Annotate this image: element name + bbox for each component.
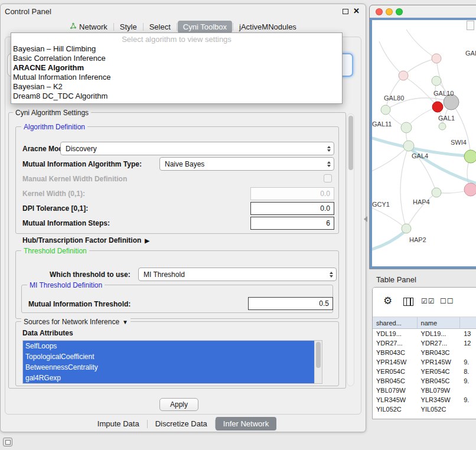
- mi-threshold-label: Mutual Information Threshold:: [28, 300, 131, 308]
- tab-divider: [177, 23, 177, 31]
- mi-threshold-field[interactable]: 0.5: [248, 297, 333, 310]
- bottom-tab-infer-network[interactable]: Infer Network: [216, 417, 276, 431]
- which-threshold-value: MI Threshold: [144, 270, 185, 279]
- node-label-gal1: GAL1: [438, 115, 455, 122]
- table-row[interactable]: YDR27...YDR27...12: [373, 338, 476, 348]
- close-traffic-light-icon[interactable]: [376, 8, 383, 15]
- node-label-hap2: HAP2: [409, 236, 426, 243]
- table-row[interactable]: YBR043CYBR043C: [373, 348, 476, 357]
- select-all-icon[interactable]: ☑☑: [421, 297, 435, 305]
- dpi-tolerance-field[interactable]: 0.0: [250, 202, 334, 215]
- node-label-gal: GAL: [465, 50, 476, 57]
- mi-steps-field[interactable]: 6: [250, 217, 334, 230]
- algorithm-option-basic-correlation-inference[interactable]: Basic Correlation Inference: [11, 54, 342, 63]
- tab-label: Select: [149, 22, 171, 31]
- network-edge: [451, 102, 471, 156]
- table-cell: YIL052C: [418, 405, 461, 414]
- network-node[interactable]: [439, 123, 446, 130]
- algorithm-option-aracne-algorithm[interactable]: ARACNE Algorithm: [11, 63, 342, 73]
- network-view[interactable]: GAL80GAL10GAL11GAL1SWI4GAL4GCY1HAP4HAP2G…: [370, 18, 476, 269]
- panel-collapse-handle[interactable]: [364, 216, 367, 222]
- sources-title[interactable]: Sources for Network Inference ▼: [21, 318, 131, 326]
- column-header-2[interactable]: name: [418, 317, 461, 329]
- table-cell: YIL052C: [373, 405, 418, 414]
- algorithm-option-mutual-information-inference[interactable]: Mutual Information Inference: [11, 73, 342, 82]
- network-node[interactable]: [401, 122, 412, 133]
- manual-kernel-width-checkbox[interactable]: [324, 174, 332, 182]
- table-cell: 12: [460, 338, 476, 348]
- table-cell: YBR045C: [418, 376, 461, 386]
- column-header-3[interactable]: [460, 317, 476, 329]
- aracne-mode-select[interactable]: Discovery: [60, 142, 334, 155]
- combo-arrows-icon: [327, 146, 331, 152]
- table-row[interactable]: YLR345WYLR345W9.: [373, 395, 476, 405]
- network-node[interactable]: [432, 102, 443, 112]
- network-node[interactable]: [381, 105, 390, 115]
- sources-title-label: Sources for Network Inference: [24, 318, 119, 326]
- network-canvas[interactable]: GAL80GAL10GAL11GAL1SWI4GAL4GCY1HAP4HAP2G…: [372, 20, 476, 266]
- mi-algorithm-type-select[interactable]: Naive Bayes: [159, 157, 334, 171]
- apply-button[interactable]: Apply: [159, 398, 198, 411]
- table-cell: YER054C: [418, 367, 461, 376]
- deselect-all-icon[interactable]: ☐☐: [440, 297, 454, 305]
- dpi-tolerance-value: 0.0: [320, 204, 330, 213]
- chevron-down-icon: ▼: [122, 319, 128, 325]
- bottom-tab-discretize-data[interactable]: Discretize Data: [148, 417, 215, 431]
- network-edge: [372, 146, 409, 172]
- restore-panel-icon[interactable]: [3, 438, 12, 446]
- network-node[interactable]: [402, 224, 411, 233]
- tab-select[interactable]: Select: [144, 21, 176, 33]
- settings-scrollbar[interactable]: [347, 113, 354, 386]
- algorithm-option-bayesian-k2[interactable]: Bayesian – K2: [11, 82, 342, 92]
- hub-definition-disclosure[interactable]: Hub/Transcription Factor Definition ▶: [22, 236, 149, 244]
- tab-network[interactable]: Network: [64, 21, 113, 33]
- table-cell: 9.: [460, 395, 476, 405]
- settings-scrollbar-thumb[interactable]: [348, 116, 353, 170]
- network-node[interactable]: [432, 76, 441, 86]
- table-cell: YDL19...: [373, 329, 418, 338]
- table-row[interactable]: YPR145WYPR145W9.: [373, 357, 476, 367]
- tab-cyni-toolbox[interactable]: Cyni Toolbox: [178, 21, 232, 33]
- table-row[interactable]: YIL052CYIL052C: [373, 405, 476, 414]
- table-panel-title: Table Panel: [376, 275, 416, 284]
- gear-icon[interactable]: ⚙: [383, 295, 392, 307]
- attributes-scrollbar-thumb[interactable]: [316, 342, 321, 368]
- float-window-icon[interactable]: [343, 9, 348, 14]
- algorithm-option-dream8-dc-tdc-algorithm[interactable]: Dream8 DC_TDC Algorithm: [11, 92, 342, 101]
- table-row[interactable]: YDL19...YDL19...13: [373, 329, 476, 338]
- which-threshold-select[interactable]: MI Threshold: [138, 268, 337, 281]
- attribute-item-selfloops[interactable]: SelfLoops: [23, 341, 314, 351]
- table-row[interactable]: YBR045CYBR045C9.: [373, 376, 476, 386]
- minimize-traffic-light-icon[interactable]: [386, 8, 393, 15]
- network-node[interactable]: [399, 71, 408, 80]
- attributes-scrollbar[interactable]: [314, 341, 322, 383]
- tab-jactivemnodules[interactable]: jActiveMNodules: [234, 21, 302, 33]
- bottom-tab-impute-data[interactable]: Impute Data: [90, 417, 147, 431]
- table-row[interactable]: YBL079WYBL079W: [373, 386, 476, 395]
- network-node[interactable]: [432, 54, 441, 63]
- attribute-item-betweennesscentrality[interactable]: BetweennessCentrality: [23, 362, 314, 373]
- table-cell: 9.: [460, 376, 476, 386]
- network-node[interactable]: [464, 183, 476, 196]
- network-node[interactable]: [432, 188, 441, 197]
- network-window-titlebar[interactable]: [370, 5, 476, 18]
- network-edge: [403, 58, 436, 76]
- attribute-item-gal4rgexp[interactable]: gal4RGexp: [23, 373, 314, 383]
- column-header-1[interactable]: shared...: [373, 317, 418, 329]
- tab-label: Network: [79, 22, 107, 31]
- table-cell: 8.: [460, 367, 476, 376]
- column-selector-icon[interactable]: [403, 298, 413, 306]
- close-window-icon[interactable]: ✕: [353, 6, 360, 15]
- kernel-width-field[interactable]: 0.0: [250, 187, 334, 200]
- attribute-item-topologicalcoefficient[interactable]: TopologicalCoefficient: [23, 351, 314, 362]
- algorithm-option-bayesian-hill-climbing[interactable]: Bayesian – Hill Climbing: [11, 44, 342, 54]
- network-node[interactable]: [464, 150, 476, 163]
- table-cell: YDL19...: [418, 329, 461, 338]
- data-attributes-list: SelfLoopsTopologicalCoefficientBetweenne…: [23, 341, 322, 383]
- zoom-traffic-light-icon[interactable]: [396, 8, 403, 15]
- network-node[interactable]: [403, 141, 414, 151]
- tab-style[interactable]: Style: [115, 21, 142, 33]
- scrollbar-fragment[interactable]: [467, 21, 474, 30]
- manual-kernel-width-label: Manual Kernel Width Definition: [22, 175, 127, 183]
- table-row[interactable]: YER054CYER054C8.: [373, 367, 476, 376]
